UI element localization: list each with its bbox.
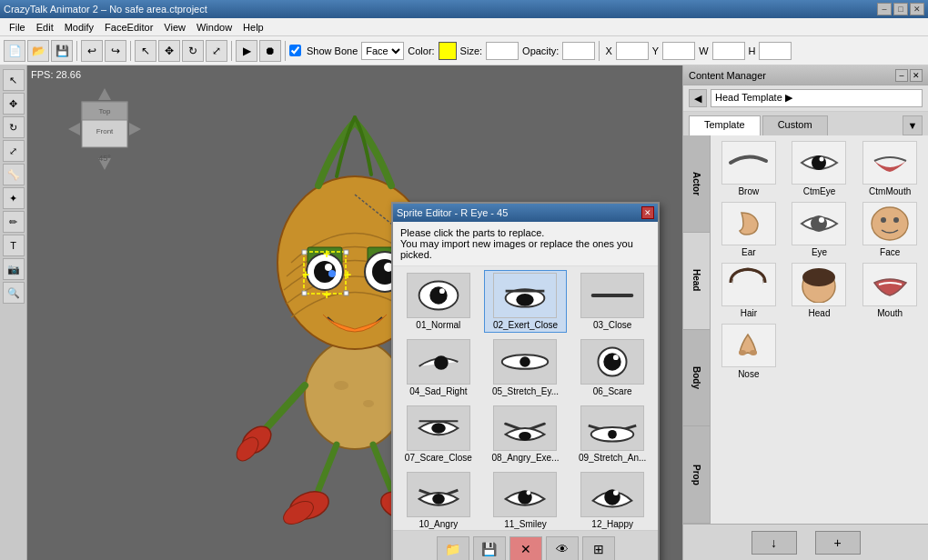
color-picker[interactable] bbox=[439, 42, 457, 60]
sprite-grid-container[interactable]: 01_Normal 02_Exert_Close bbox=[393, 266, 658, 530]
cm-sidebar-prop[interactable]: Prop bbox=[683, 426, 710, 524]
x-label: X bbox=[605, 45, 611, 56]
sprite-item-6[interactable]: 06_Scare bbox=[570, 336, 654, 399]
new-button[interactable]: 📄 bbox=[4, 40, 25, 62]
lt-select[interactable]: ↖ bbox=[3, 69, 25, 91]
app-title: CrazyTalk Animator 2 – No safe area.ctpr… bbox=[4, 4, 207, 15]
size-label: Size: bbox=[460, 45, 482, 56]
rotate-button[interactable]: ↻ bbox=[182, 40, 204, 62]
cm-sidebar-body[interactable]: Body bbox=[683, 330, 710, 427]
cm-content[interactable]: Brow CtmEye bbox=[711, 135, 928, 524]
sprite-item-8[interactable]: 08_Angry_Exe... bbox=[484, 403, 568, 465]
sprite-item-4[interactable]: 04_Sad_Right bbox=[397, 336, 480, 399]
lt-scale[interactable]: ⤢ bbox=[3, 140, 25, 162]
sprite-item-1[interactable]: 01_Normal bbox=[397, 270, 480, 333]
cm-item-ctmmouth[interactable]: CtmMouth bbox=[857, 141, 923, 196]
cm-sidebar-actor[interactable]: Actor bbox=[683, 135, 710, 233]
sprite-item-9[interactable]: 09_Stretch_An... bbox=[570, 403, 654, 465]
lt-move[interactable]: ✥ bbox=[3, 93, 25, 115]
cm-path[interactable]: Head Template ▶ bbox=[711, 89, 923, 107]
move-button[interactable]: ✥ bbox=[158, 40, 180, 62]
cm-item-mouth[interactable]: Mouth bbox=[857, 263, 923, 318]
menu-modify[interactable]: Modify bbox=[59, 20, 99, 35]
close-button[interactable]: ✕ bbox=[910, 3, 924, 15]
lt-draw[interactable]: ✏ bbox=[3, 211, 25, 233]
open-button[interactable]: 📂 bbox=[27, 40, 49, 62]
menu-view[interactable]: View bbox=[158, 20, 191, 35]
sprite-item-10[interactable]: 10_Angry bbox=[397, 469, 480, 530]
sprite-close-button[interactable]: ✕ bbox=[641, 206, 654, 219]
cm-sidebar-head[interactable]: Head bbox=[683, 233, 710, 330]
sprite-item-12[interactable]: 12_Happy bbox=[570, 469, 654, 530]
lt-text[interactable]: T bbox=[3, 235, 25, 256]
lt-camera[interactable]: 📷 bbox=[3, 258, 25, 280]
sprite-thumb-9 bbox=[580, 405, 644, 451]
undo-button[interactable]: ↩ bbox=[81, 40, 103, 62]
sprite-item-2[interactable]: 02_Exert_Close bbox=[484, 270, 568, 333]
lt-rotate[interactable]: ↻ bbox=[3, 116, 25, 138]
show-bone-checkbox[interactable] bbox=[289, 45, 301, 56]
svg-point-6 bbox=[334, 381, 348, 390]
lt-zoom[interactable]: 🔍 bbox=[3, 282, 25, 304]
cm-close-button[interactable]: ✕ bbox=[910, 69, 923, 82]
fps-display: FPS: 28.66 bbox=[31, 69, 81, 80]
menu-file[interactable]: File bbox=[4, 20, 31, 35]
cm-add-button[interactable]: + bbox=[815, 531, 861, 555]
sprite-item-3[interactable]: 03_Close bbox=[570, 270, 654, 333]
cm-item-head[interactable]: Head bbox=[787, 263, 852, 318]
svg-point-44 bbox=[517, 294, 534, 306]
sprite-item-11[interactable]: 11_Smiley bbox=[484, 469, 568, 530]
window-controls[interactable]: – □ ✕ bbox=[877, 3, 924, 15]
play-button[interactable]: ▶ bbox=[236, 40, 257, 62]
cm-item-eye[interactable]: Eye bbox=[787, 202, 852, 257]
cm-tab-custom[interactable]: Custom bbox=[762, 115, 828, 135]
y-input[interactable]: 96.9 bbox=[662, 42, 695, 60]
sprite-label-10: 10_Angry bbox=[419, 519, 458, 529]
opacity-input[interactable]: 100 bbox=[562, 42, 595, 60]
cm-item-face-icon bbox=[862, 202, 917, 245]
cm-item-ctmeye[interactable]: CtmEye bbox=[787, 141, 852, 196]
lt-bone[interactable]: 🦴 bbox=[3, 164, 25, 185]
bone-type-select[interactable]: Face bbox=[361, 42, 404, 60]
cursor-button[interactable]: ↖ bbox=[135, 40, 156, 62]
cm-item-ear[interactable]: Ear bbox=[716, 202, 782, 257]
canvas-area[interactable]: FPS: 28.66 Top Front 45° bbox=[27, 65, 682, 560]
color-label: Color: bbox=[408, 45, 434, 56]
svg-point-68 bbox=[819, 217, 824, 223]
cm-item-brow[interactable]: Brow bbox=[716, 141, 782, 196]
cm-item-nose-icon bbox=[721, 324, 776, 367]
svg-rect-18 bbox=[344, 291, 348, 295]
cm-tab-template[interactable]: Template bbox=[689, 115, 761, 135]
sprite-editor-title: Sprite Editor - R Eye - 45 bbox=[397, 207, 508, 218]
lt-sprite[interactable]: ✦ bbox=[3, 187, 25, 209]
cm-item-face[interactable]: Face bbox=[857, 202, 923, 257]
sprite-item-7[interactable]: 07_Scare_Close bbox=[397, 403, 480, 465]
sprite-grid-button[interactable]: ⊞ bbox=[582, 536, 615, 561]
cm-tab-dropdown[interactable]: ▼ bbox=[903, 115, 923, 135]
sprite-preview-button[interactable]: 👁 bbox=[546, 536, 579, 561]
menu-window[interactable]: Window bbox=[191, 20, 237, 35]
sprite-delete-button[interactable]: ✕ bbox=[509, 536, 542, 561]
sprite-item-5[interactable]: 05_Stretch_Ey... bbox=[484, 336, 568, 399]
maximize-button[interactable]: □ bbox=[893, 3, 908, 15]
menu-help[interactable]: Help bbox=[237, 20, 269, 35]
w-input[interactable]: 0.0 bbox=[712, 42, 745, 60]
cm-back-button[interactable]: ◀ bbox=[689, 89, 707, 107]
scale-button[interactable]: ⤢ bbox=[206, 40, 227, 62]
cm-minimize-button[interactable]: – bbox=[895, 69, 908, 82]
save-button[interactable]: 💾 bbox=[51, 40, 73, 62]
minimize-button[interactable]: – bbox=[877, 3, 892, 15]
size-input[interactable]: 30 bbox=[486, 42, 519, 60]
cm-item-hair[interactable]: Hair bbox=[716, 263, 782, 318]
h-input[interactable]: 0.0 bbox=[759, 42, 792, 60]
redo-button[interactable]: ↪ bbox=[105, 40, 126, 62]
sprite-save-button[interactable]: 💾 bbox=[473, 536, 506, 561]
cm-download-button[interactable]: ↓ bbox=[751, 531, 797, 555]
menu-edit[interactable]: Edit bbox=[31, 20, 59, 35]
sprite-thumb-5 bbox=[493, 339, 557, 385]
menu-faceeditor[interactable]: FaceEditor bbox=[99, 20, 158, 35]
x-input[interactable]: -2.3 bbox=[616, 42, 649, 60]
cm-item-nose[interactable]: Nose bbox=[716, 324, 782, 379]
sprite-import-button[interactable]: 📁 bbox=[437, 536, 469, 561]
record-button[interactable]: ⏺ bbox=[259, 40, 281, 62]
